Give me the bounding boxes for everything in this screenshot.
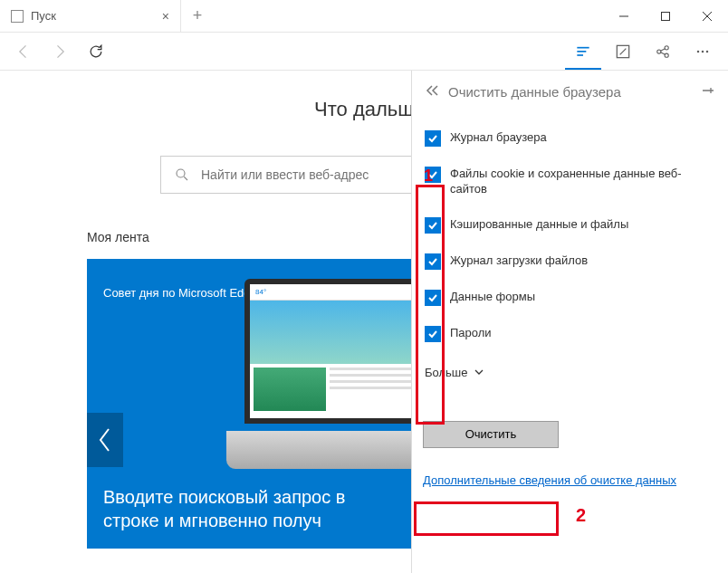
clear-button-label: Очистить [465,427,517,441]
clear-data-panel: Очистить данные браузера Журнал браузера… [411,71,728,573]
content-area: Что дальш Моя лента Совет дня по Microso… [0,71,728,573]
svg-point-8 [657,49,661,53]
checkbox-row: Данные формы [425,282,717,313]
checkbox-row: Журнал браузера [425,123,717,154]
hub-button[interactable] [565,33,601,70]
maximize-button[interactable] [645,0,686,32]
checkbox-label: Журнал браузера [450,130,547,146]
toolbar [0,33,728,71]
share-button[interactable] [645,33,681,70]
checkbox[interactable] [425,130,441,147]
checkbox[interactable] [425,290,441,306]
svg-line-11 [661,48,666,51]
tab-favicon-icon [11,10,24,23]
window-controls [603,0,728,32]
feed-card[interactable]: Совет дня по Microsoft Edge 84° [87,259,413,549]
checkbox-group: Журнал браузераФайлы cookie и сохраненны… [423,119,717,360]
show-more-button[interactable]: Больше [423,360,717,385]
carousel-prev-button[interactable] [87,413,123,467]
new-tab-button[interactable]: + [181,0,214,32]
checkmark-icon [427,220,438,231]
forward-button[interactable] [43,35,76,68]
panel-body: Журнал браузераФайлы cookie и сохраненны… [412,112,728,494]
refresh-button[interactable] [80,35,112,68]
feed-card-text: Вводите поисковый запрос в строке и мгно… [103,485,397,532]
browser-tab[interactable]: Пуск × [0,0,181,32]
arrow-right-icon [51,43,69,61]
svg-line-17 [184,177,187,180]
show-more-label: Больше [425,366,468,379]
svg-rect-1 [662,12,670,20]
checkbox-row: Кэшированные данные и файлы [425,210,717,241]
svg-point-16 [177,169,185,177]
svg-point-13 [697,50,700,53]
checkbox-row: Пароли [425,319,717,349]
more-button[interactable] [685,33,721,70]
arrow-left-icon [14,43,33,61]
checkbox[interactable] [425,167,441,183]
chevron-double-left-icon [425,84,439,97]
checkbox-label: Пароли [450,326,492,341]
svg-line-12 [661,52,666,54]
refresh-icon [87,43,105,61]
panel-header: Очистить данные браузера [412,71,728,112]
checkmark-icon [427,329,438,339]
checkmark-icon [427,292,438,303]
checkbox-label: Файлы cookie и сохраненные данные веб-са… [450,167,715,197]
note-icon [614,43,632,61]
back-button[interactable] [7,35,40,68]
checkbox-row: Файлы cookie и сохраненные данные веб-са… [425,159,717,205]
checkmark-icon [427,256,438,267]
tab-close-icon[interactable]: × [162,9,169,24]
svg-point-10 [665,53,668,57]
checkbox-row: Журнал загрузки файлов [425,246,717,277]
more-icon [694,43,712,61]
chevron-left-icon [97,426,113,454]
svg-point-15 [706,50,709,53]
svg-point-9 [665,45,668,49]
checkmark-icon [427,133,438,144]
chevron-down-icon [474,367,484,377]
pin-icon [701,84,715,97]
minimize-icon [618,11,629,22]
panel-title: Очистить данные браузера [448,84,621,100]
hub-icon [574,42,592,60]
title-bar: Пуск × + [0,0,728,33]
info-link[interactable]: Дополнительные сведения об очистке данны… [423,473,717,487]
checkbox[interactable] [425,326,441,342]
panel-back-button[interactable] [425,84,439,100]
svg-point-14 [702,50,704,53]
panel-pin-button[interactable] [701,84,715,100]
tab-title: Пуск [31,9,56,23]
close-window-button[interactable] [686,0,728,32]
clear-button[interactable]: Очистить [423,421,559,448]
screen-badge: 84° [255,288,266,296]
minimize-button[interactable] [603,0,645,32]
checkmark-icon [427,169,438,180]
checkbox-label: Журнал загрузки файлов [450,253,588,269]
share-icon [654,43,672,61]
web-note-button[interactable] [605,33,641,70]
checkbox-label: Кэшированные данные и файлы [450,217,628,233]
search-icon [174,167,190,183]
checkbox-label: Данные формы [450,290,535,305]
close-icon [702,11,713,22]
checkbox[interactable] [425,253,441,270]
checkbox[interactable] [425,217,441,234]
maximize-icon [660,11,671,22]
